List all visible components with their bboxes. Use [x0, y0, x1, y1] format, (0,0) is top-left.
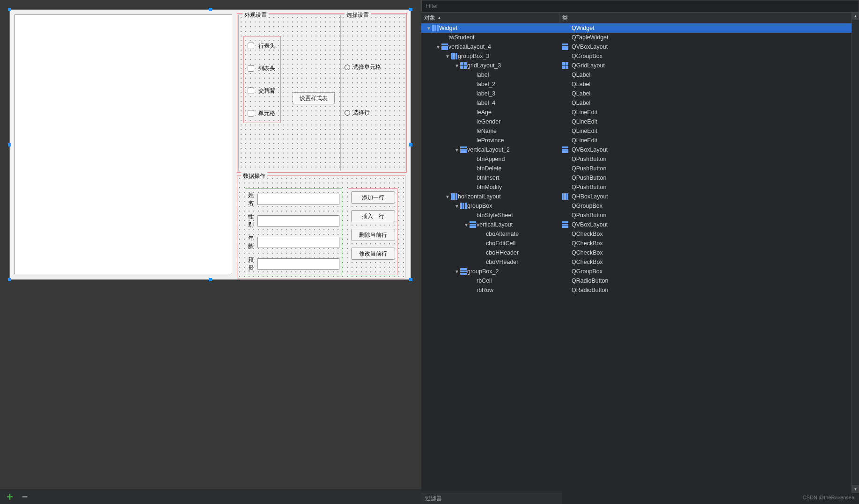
layout-icon — [561, 174, 569, 182]
layout-icon — [561, 90, 569, 97]
tree-row[interactable]: labelQLabel — [421, 70, 859, 80]
expand-toggle-icon[interactable]: ▼ — [454, 147, 460, 153]
tree-row[interactable]: ▼verticalLayout_4QVBoxLayout — [421, 42, 859, 51]
scroll-up-icon[interactable]: ▲ — [852, 12, 859, 20]
tree-row[interactable]: ▼verticalLayout_2QVBoxLayout — [421, 145, 859, 154]
expand-toggle-icon[interactable]: ▼ — [426, 26, 432, 31]
tool-strip: ＋ － — [0, 489, 421, 504]
groupbox-title: 外观设置 — [242, 11, 269, 19]
tree-row[interactable]: twStudentQTableWidget — [421, 33, 859, 42]
tree-class-name: QHBoxLayout — [572, 193, 608, 200]
tree-row[interactable]: ▼groupBox_3QGroupBox — [421, 51, 859, 61]
insert-row-button[interactable]: 插入一行 — [351, 210, 395, 222]
tree-row[interactable]: cboHHeaderQCheckBox — [421, 248, 859, 257]
selection-handle[interactable] — [409, 8, 412, 11]
selection-handle[interactable] — [209, 278, 212, 281]
tree-obj-name: verticalLayout_2 — [467, 146, 510, 153]
tree-class-name: QLabel — [572, 81, 590, 88]
tree-row[interactable]: ▼verticalLayoutQVBoxLayout — [421, 220, 859, 229]
col-header-class[interactable]: 类 — [559, 13, 859, 23]
groupbox-data-ops[interactable]: 数据操作 姓名 性别 年龄 籍贯 添加一行 插入一行 删除当前行 修改当前行 — [237, 175, 405, 278]
sort-asc-icon: ▲ — [435, 15, 441, 20]
append-row-button[interactable]: 添加一行 — [351, 191, 395, 204]
tree-row[interactable]: ▼horizontalLayoutQHBoxLayout — [421, 192, 859, 201]
tree-class-name: QLabel — [572, 100, 590, 106]
expand-toggle-icon[interactable]: ▼ — [454, 63, 460, 68]
tree-class-name: QCheckBox — [572, 259, 603, 265]
tree-row[interactable]: label_3QLabel — [421, 89, 859, 98]
tree-row[interactable]: leNameQLineEdit — [421, 126, 859, 136]
input-name[interactable] — [257, 194, 339, 205]
tree-row[interactable]: ▼groupBoxQGroupBox — [421, 201, 859, 211]
tree-class-name: QGroupBox — [572, 203, 602, 209]
groupbox-selection[interactable]: 选择设置 选择单元格 选择行 — [340, 15, 405, 171]
checkbox-alternate[interactable]: 交替背 — [246, 86, 279, 95]
checkbox-col-header[interactable]: 列表头 — [246, 64, 279, 73]
tree-row[interactable]: leAgeQLineEdit — [421, 108, 859, 117]
selection-handle[interactable] — [8, 278, 11, 281]
scroll-down-icon[interactable]: ▼ — [852, 485, 859, 493]
expand-toggle-icon[interactable]: ▼ — [454, 204, 460, 209]
table-widget-placeholder[interactable] — [15, 15, 232, 274]
filter-input[interactable] — [421, 0, 859, 12]
tree-row[interactable]: rbCellQRadioButton — [421, 276, 859, 285]
tree-row[interactable]: ▼groupBox_2QGroupBox — [421, 267, 859, 276]
layout-icon — [469, 109, 477, 116]
tree-obj-name: leProvince — [477, 137, 504, 144]
stylesheet-button[interactable]: 设置样式表 — [293, 92, 335, 104]
layout-icon — [478, 230, 486, 238]
checkbox-row-header[interactable]: 行表头 — [246, 41, 279, 51]
add-icon[interactable]: ＋ — [5, 489, 15, 504]
tree-header: 对象▲ 类 — [421, 12, 859, 23]
layout-icon — [469, 71, 477, 79]
tree-row[interactable]: cboAlternateQCheckBox — [421, 229, 859, 239]
form-canvas[interactable]: 外观设置 行表头 列表头 交替背 单元格 设置样式表 选择设置 选择单元格 选择… — [9, 9, 411, 280]
selection-handle[interactable] — [8, 8, 11, 11]
tree-row[interactable]: leProvinceQLineEdit — [421, 136, 859, 145]
remove-icon[interactable]: － — [20, 489, 30, 504]
expand-toggle-icon[interactable]: ▼ — [435, 44, 441, 50]
tree-row[interactable]: label_4QLabel — [421, 98, 859, 108]
radio-select-cell[interactable]: 选择单元格 — [345, 63, 401, 71]
selection-handle[interactable] — [409, 143, 412, 146]
input-gender[interactable] — [257, 215, 339, 226]
tree-row[interactable]: label_2QLabel — [421, 80, 859, 89]
layout-icon — [561, 80, 569, 88]
tree-row[interactable]: btnAppendQPushButton — [421, 154, 859, 164]
tree-row[interactable]: ▼WidgetQWidget — [421, 23, 859, 33]
tree-class-name: QPushButton — [572, 175, 606, 181]
layout-icon — [561, 62, 569, 69]
selection-handle[interactable] — [8, 143, 11, 146]
object-inspector: 对象▲ 类 ▼WidgetQWidgettwStudentQTableWidge… — [421, 0, 859, 504]
tree-row[interactable]: btnModifyQPushButton — [421, 183, 859, 192]
delete-row-button[interactable]: 删除当前行 — [351, 229, 395, 241]
input-age[interactable] — [257, 237, 339, 248]
radio-select-row[interactable]: 选择行 — [345, 109, 401, 117]
groupbox-appearance[interactable]: 外观设置 行表头 列表头 交替背 单元格 设置样式表 — [238, 15, 340, 171]
col-header-object[interactable]: 对象▲ — [421, 13, 559, 23]
vertical-scrollbar[interactable]: ▲ ▼ — [852, 12, 859, 493]
object-tree[interactable]: ▼WidgetQWidgettwStudentQTableWidget▼vert… — [421, 23, 859, 504]
checkbox-cell[interactable]: 单元格 — [246, 109, 279, 118]
tree-obj-name: groupBox — [467, 203, 492, 209]
tree-row[interactable]: btnStyleSheetQPushButton — [421, 211, 859, 220]
tree-row[interactable]: rbRowQRadioButton — [421, 285, 859, 295]
expand-toggle-icon[interactable]: ▼ — [445, 194, 450, 199]
tree-row[interactable]: btnInsertQPushButton — [421, 173, 859, 183]
label-gender: 性别 — [248, 213, 254, 229]
tree-row[interactable]: ▼gridLayout_3QGridLayout — [421, 61, 859, 70]
tree-row[interactable]: cboVHeaderQCheckBox — [421, 257, 859, 267]
layout-icon — [478, 258, 486, 266]
watermark: CSDN @theRavensea — [803, 495, 854, 500]
selection-handle[interactable] — [409, 278, 412, 281]
tree-row[interactable]: cboEditCellQCheckBox — [421, 239, 859, 248]
expand-toggle-icon[interactable]: ▼ — [445, 54, 450, 59]
selection-handle[interactable] — [209, 8, 212, 11]
layout-icon — [469, 212, 477, 219]
tree-row[interactable]: btnDeleteQPushButton — [421, 164, 859, 173]
expand-toggle-icon[interactable]: ▼ — [454, 269, 460, 274]
expand-toggle-icon[interactable]: ▼ — [463, 222, 469, 227]
modify-row-button[interactable]: 修改当前行 — [351, 248, 395, 260]
input-province[interactable] — [257, 258, 339, 270]
tree-row[interactable]: leGenderQLineEdit — [421, 117, 859, 126]
